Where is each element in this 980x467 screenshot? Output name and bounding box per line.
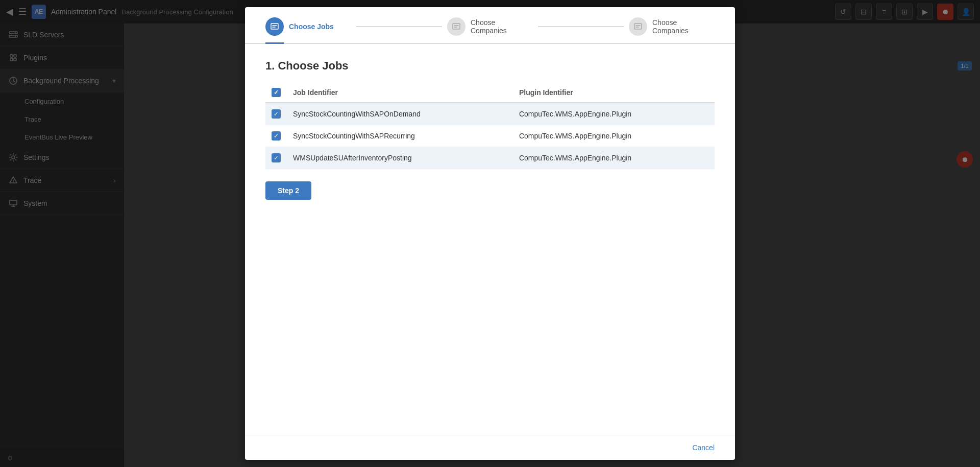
- svg-rect-13: [453, 24, 460, 29]
- wizard-step-2-icon: [447, 17, 465, 36]
- dialog-title: 1. Choose Jobs: [265, 59, 715, 73]
- row3-checkbox-cell: ✓: [265, 147, 287, 169]
- row1-job-identifier: SyncStockCountingWithSAPOnDemand: [287, 103, 513, 125]
- wizard-step-line-2: [538, 26, 624, 27]
- jobs-table: ✓ Job Identifier Plugin Identifier ✓ Syn…: [265, 83, 715, 169]
- row1-checkbox-cell: ✓: [265, 103, 287, 125]
- row3-plugin-identifier: CompuTec.WMS.AppEngine.Plugin: [513, 147, 715, 169]
- cancel-button[interactable]: Cancel: [692, 443, 715, 452]
- row2-job-identifier: SyncStockCountingWithSAPRecurring: [287, 125, 513, 147]
- wizard-step-3-icon: [629, 17, 647, 36]
- table-row: ✓ SyncStockCountingWithSAPRecurring Comp…: [265, 125, 715, 147]
- svg-rect-12: [271, 24, 278, 29]
- wizard-step-1-label: Choose Jobs: [289, 22, 334, 31]
- row2-plugin-identifier: CompuTec.WMS.AppEngine.Plugin: [513, 125, 715, 147]
- row2-checkbox-cell: ✓: [265, 125, 287, 147]
- step2-button[interactable]: Step 2: [265, 181, 311, 200]
- wizard-step-1[interactable]: Choose Jobs: [265, 17, 351, 43]
- wizard-steps: Choose Jobs Choose Companies: [245, 7, 735, 44]
- wizard-step-1-indicator: [265, 42, 284, 44]
- header-checkbox-cell: ✓: [265, 83, 287, 103]
- table-header-row: ✓ Job Identifier Plugin Identifier: [265, 83, 715, 103]
- dialog-body: 1. Choose Jobs ✓ Job Identifier Plugin I…: [245, 44, 735, 435]
- wizard-step-line-1: [356, 26, 442, 27]
- wizard-step-3-label: Choose Companies: [652, 18, 715, 35]
- wizard-step-2[interactable]: Choose Companies: [447, 17, 533, 43]
- svg-rect-14: [634, 24, 642, 29]
- row1-checkbox[interactable]: ✓: [272, 109, 281, 119]
- dialog-footer: Cancel: [245, 435, 735, 460]
- table-row: ✓ WMSUpdateSUAfterInventoryPosting Compu…: [265, 147, 715, 169]
- table-row: ✓ SyncStockCountingWithSAPOnDemand Compu…: [265, 103, 715, 125]
- row3-checkbox[interactable]: ✓: [272, 153, 281, 162]
- row3-job-identifier: WMSUpdateSUAfterInventoryPosting: [287, 147, 513, 169]
- wizard-step-3[interactable]: Choose Companies: [629, 17, 715, 43]
- wizard-step-2-label: Choose Companies: [471, 18, 533, 35]
- header-job-identifier: Job Identifier: [287, 83, 513, 103]
- header-plugin-identifier: Plugin Identifier: [513, 83, 715, 103]
- dialog: Choose Jobs Choose Companies: [245, 7, 735, 460]
- wizard-step-1-icon: [265, 17, 284, 36]
- select-all-checkbox[interactable]: ✓: [272, 88, 281, 97]
- row2-checkbox[interactable]: ✓: [272, 131, 281, 141]
- row1-plugin-identifier: CompuTec.WMS.AppEngine.Plugin: [513, 103, 715, 125]
